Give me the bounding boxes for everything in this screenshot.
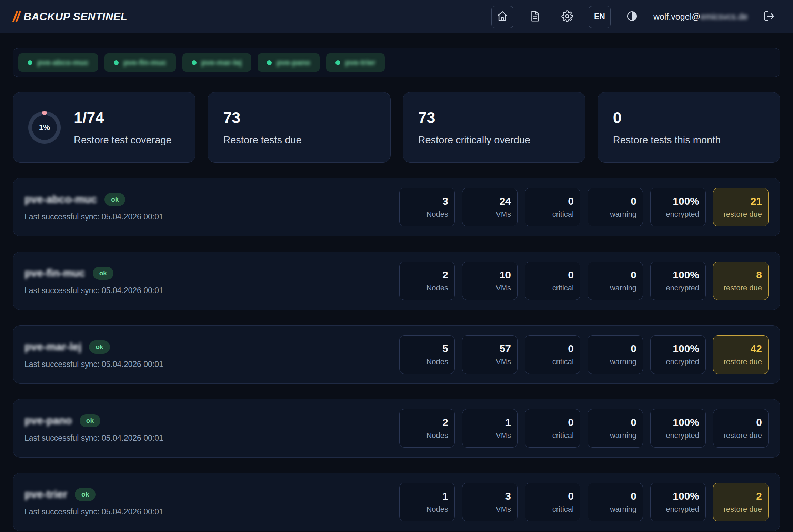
metric-critical: 0 critical [525,483,580,521]
metric-nodes: 3 Nodes [399,188,455,226]
metric-label: warning [610,357,636,366]
cluster-filter-bar: pve-abco-muc pve-fin-muc pve-mar-lej pve… [13,48,780,77]
metric-encrypted: 100% encrypted [650,188,706,226]
coverage-percent: 1% [32,115,57,140]
metric-warning: 0 warning [588,188,643,226]
metric-value: 100% [673,195,699,207]
metric-value: 0 [631,417,636,428]
metric-label: VMs [496,431,511,440]
metric-label: encrypted [666,284,699,293]
settings-button[interactable] [556,6,578,28]
top-bar: // BACKUP SENTINEL EN wolf.vogel@emicsvc… [0,0,793,33]
home-button[interactable] [491,6,513,28]
cluster-name: pve-pano [24,415,72,427]
metric-vms: 3 VMs [462,483,518,521]
stat-card-tests-due: 73 Restore tests due [208,92,390,163]
cluster-card[interactable]: pve-mar-lej ok Last successful sync: 05.… [13,325,780,384]
metric-restore-due: 0 restore due [713,409,769,448]
metric-encrypted: 100% encrypted [650,483,706,521]
metric-label: Nodes [426,210,448,219]
metric-label: Nodes [426,357,448,366]
stat-text: 0 Restore tests this month [613,109,721,146]
filter-chip-pve-mar-lej[interactable]: pve-mar-lej [182,53,251,72]
cluster-info: pve-mar-lej ok Last successful sync: 05.… [24,340,163,369]
metric-value: 0 [631,490,636,502]
metric-label: critical [552,505,574,514]
metric-value: 0 [756,417,762,428]
theme-toggle-button[interactable] [621,6,643,28]
status-badge: ok [93,267,113,280]
logout-icon [763,10,775,23]
metric-nodes: 5 Nodes [399,335,455,374]
stat-card-critically-overdue: 73 Restore critically overdue [403,92,585,163]
last-sync-text: Last successful sync: 05.04.2026 00:01 [24,360,163,369]
filter-chip-pve-pano[interactable]: pve-pano [258,53,320,72]
language-button[interactable]: EN [589,6,611,28]
cluster-name: pve-fin-muc [24,267,85,279]
metric-label: restore due [724,210,762,219]
filter-chip-pve-trier[interactable]: pve-trier [326,53,385,72]
metric-label: VMs [496,357,511,366]
cluster-name: pve-mar-lej [24,341,81,353]
metric-value: 1 [505,417,511,428]
metric-vms: 1 VMs [462,409,518,448]
cluster-metrics: 2 Nodes 1 VMs 0 critical 0 warning 100% … [399,409,769,448]
metric-value: 8 [756,269,762,281]
metric-value: 21 [751,195,762,207]
metric-label: Nodes [426,505,448,514]
metric-label: encrypted [666,210,699,219]
stat-text: 73 Restore critically overdue [418,109,531,146]
metric-value: 0 [568,343,574,355]
last-sync-text: Last successful sync: 05.04.2026 00:01 [24,433,163,443]
stat-text: 1/74 Restore test coverage [74,109,172,146]
metric-value: 24 [500,195,511,207]
home-icon [496,10,508,23]
filter-chip-pve-fin-muc[interactable]: pve-fin-muc [104,53,176,72]
cluster-card[interactable]: pve-pano ok Last successful sync: 05.04.… [13,399,780,458]
document-icon [529,10,541,23]
status-dot-icon [192,60,197,65]
metric-label: warning [610,284,636,293]
status-badge: ok [75,488,96,501]
metric-encrypted: 100% encrypted [650,409,706,448]
status-badge: ok [89,340,110,354]
metric-label: warning [610,210,636,219]
metric-label: restore due [724,505,762,514]
metric-encrypted: 100% encrypted [650,262,706,300]
user-email-name: wolf.vogel@ [653,12,701,21]
metric-value: 1 [442,490,448,502]
metric-label: Nodes [426,431,448,440]
header-controls: EN wolf.vogel@emicsvcs.de [491,6,780,28]
metric-value: 0 [631,195,636,207]
cluster-info: pve-abco-muc ok Last successful sync: 05… [24,193,163,222]
stat-label: Restore tests due [223,134,301,146]
metric-restore-due: 42 restore due [713,335,769,374]
cluster-card[interactable]: pve-abco-muc ok Last successful sync: 05… [13,178,780,236]
metric-warning: 0 warning [588,262,643,300]
metric-label: restore due [724,284,762,293]
filter-chip-label: pve-fin-muc [123,58,167,67]
dashboard-main: pve-abco-muc pve-fin-muc pve-mar-lej pve… [0,48,793,531]
app-logo[interactable]: // BACKUP SENTINEL [13,10,127,24]
status-dot-icon [28,60,32,65]
stat-text: 73 Restore tests due [223,109,301,146]
logout-button[interactable] [758,6,780,28]
status-dot-icon [335,60,340,65]
metric-value: 0 [568,417,574,428]
cluster-card[interactable]: pve-trier ok Last successful sync: 05.04… [13,473,780,531]
metric-value: 100% [673,343,699,355]
metric-nodes: 1 Nodes [399,483,455,521]
metric-value: 100% [673,490,699,502]
coverage-donut-chart: 1% [28,111,61,144]
user-email[interactable]: wolf.vogel@emicsvcs.de [653,12,748,22]
metric-label: encrypted [666,357,699,366]
cluster-name: pve-trier [24,488,67,501]
reports-button[interactable] [524,6,546,28]
cluster-card[interactable]: pve-fin-muc ok Last successful sync: 05.… [13,252,780,310]
metric-value: 0 [631,343,636,355]
metric-nodes: 2 Nodes [399,409,455,448]
cluster-name: pve-abco-muc [24,193,97,206]
last-sync-text: Last successful sync: 05.04.2026 00:01 [24,507,163,516]
metric-label: VMs [496,210,511,219]
filter-chip-pve-abco-muc[interactable]: pve-abco-muc [18,53,98,72]
